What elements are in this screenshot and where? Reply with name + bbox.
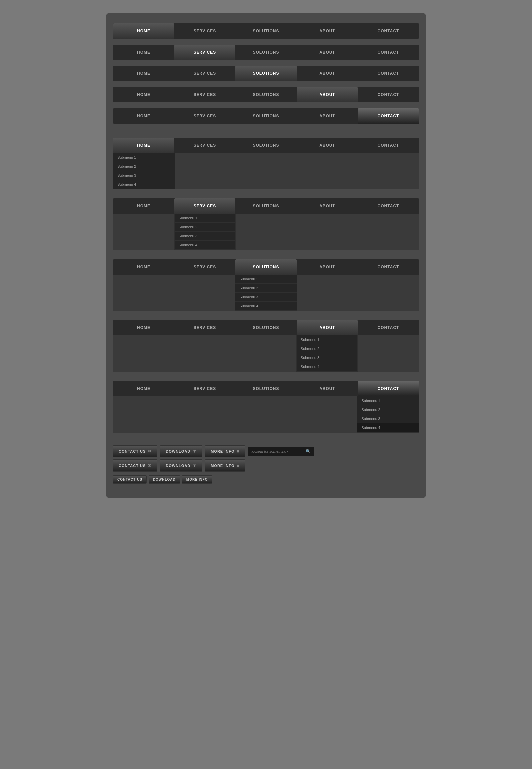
nav-contact-3[interactable]: CONTACT <box>358 66 419 81</box>
more-info-button-3[interactable]: MORE INFO <box>182 475 212 484</box>
nav-home-3[interactable]: HOME <box>113 66 174 81</box>
submenu-sol4-item[interactable]: Submenu 4 <box>235 302 297 311</box>
mail-icon-1: ✉ <box>148 449 152 454</box>
dropdown-solutions-panel: Submenu 1 Submenu 2 Submenu 3 Submenu 4 <box>235 275 297 311</box>
nav-services-8[interactable]: SERVICES <box>174 259 235 275</box>
submenu-sol3-item[interactable]: Submenu 3 <box>235 293 297 302</box>
nav-group-about-dropdown: HOME SERVICES SOLUTIONS ABOUT CONTACT Su… <box>113 320 419 372</box>
nav-group-services-dropdown: HOME SERVICES SOLUTIONS ABOUT CONTACT Su… <box>113 198 419 250</box>
nav-home-6[interactable]: HOME <box>113 138 174 153</box>
nav-solutions-10[interactable]: SOLUTIONS <box>235 381 297 396</box>
submenu-4-item[interactable]: Submenu 4 <box>113 180 175 189</box>
more-info-button-2[interactable]: MORE INFO ■ <box>205 459 245 472</box>
dropdown-about-row: Submenu 1 Submenu 2 Submenu 3 Submenu 4 <box>113 335 419 372</box>
nav-solutions-6[interactable]: SOLUTIONS <box>235 138 297 153</box>
submenu-a4-item[interactable]: Submenu 4 <box>297 362 358 371</box>
nav-contact-1[interactable]: CONTACT <box>358 23 419 39</box>
submenu-c4-item[interactable]: Submenu 4 <box>357 423 419 432</box>
info-icon-1: ■ <box>237 449 240 454</box>
nav-solutions-3[interactable]: SOLUTIONS <box>235 66 297 81</box>
submenu-1-item[interactable]: Submenu 1 <box>113 153 175 162</box>
submenu-2-item[interactable]: Submenu 2 <box>113 162 175 171</box>
nav-solutions-5[interactable]: SOLUTIONS <box>235 108 297 124</box>
download-icon-1: ▼ <box>192 449 197 454</box>
submenu-s1-item[interactable]: Submenu 1 <box>175 214 236 223</box>
nav-about-3[interactable]: ABOUT <box>297 66 358 81</box>
nav-solutions-7[interactable]: SOLUTIONS <box>235 198 297 214</box>
submenu-s2-item[interactable]: Submenu 2 <box>175 223 236 232</box>
nav-home-4[interactable]: HOME <box>113 87 174 102</box>
nav-about-2[interactable]: ABOUT <box>297 45 358 60</box>
nav-services-4[interactable]: SERVICES <box>174 87 235 102</box>
submenu-3-item[interactable]: Submenu 3 <box>113 171 175 180</box>
nav-about-10[interactable]: ABOUT <box>297 381 358 396</box>
nav-contact-4[interactable]: CONTACT <box>358 87 419 102</box>
nav-home-1[interactable]: HOME <box>113 23 174 39</box>
download-button-1[interactable]: DOWNLOAD ▼ <box>160 445 202 457</box>
bottom-section: CONTACT US ✉ DOWNLOAD ▼ MORE INFO ■ 🔍 CO… <box>113 445 419 484</box>
nav-home-10[interactable]: HOME <box>113 381 174 396</box>
nav-solutions-8[interactable]: SOLUTIONS <box>235 259 297 275</box>
nav-contact-6[interactable]: CONTACT <box>358 138 419 153</box>
navbar-row-9: HOME SERVICES SOLUTIONS ABOUT CONTACT <box>113 320 419 335</box>
nav-solutions-2[interactable]: SOLUTIONS <box>235 45 297 60</box>
nav-contact-10[interactable]: CONTACT <box>358 381 419 396</box>
submenu-a2-item[interactable]: Submenu 2 <box>297 344 358 353</box>
download-button-3[interactable]: DOWNLOAD <box>149 475 180 484</box>
nav-services-3[interactable]: SERVICES <box>174 66 235 81</box>
nav-about-9[interactable]: ABOUT <box>297 320 358 335</box>
nav-about-8[interactable]: ABOUT <box>297 259 358 275</box>
nav-home-7[interactable]: HOME <box>113 198 174 214</box>
submenu-c3-item[interactable]: Submenu 3 <box>357 414 419 423</box>
nav-about-1[interactable]: ABOUT <box>297 23 358 39</box>
nav-solutions-1[interactable]: SOLUTIONS <box>235 23 297 39</box>
nav-services-9[interactable]: SERVICES <box>174 320 235 335</box>
submenu-c1-item[interactable]: Submenu 1 <box>357 396 419 405</box>
nav-home-9[interactable]: HOME <box>113 320 174 335</box>
search-icon-1: 🔍 <box>306 449 311 454</box>
contact-us-label-1: CONTACT US <box>119 449 146 453</box>
submenu-sol1-item[interactable]: Submenu 1 <box>235 275 297 284</box>
nav-services-1[interactable]: SERVICES <box>174 23 235 39</box>
search-input-1[interactable] <box>251 449 304 453</box>
nav-services-2[interactable]: SERVICES <box>174 45 235 60</box>
download-label-1: DOWNLOAD <box>166 449 190 453</box>
submenu-sol2-item[interactable]: Submenu 2 <box>235 284 297 293</box>
nav-contact-8[interactable]: CONTACT <box>358 259 419 275</box>
dropdown-contact-panel: Submenu 1 Submenu 2 Submenu 3 Submenu 4 <box>357 396 419 433</box>
nav-services-10[interactable]: SERVICES <box>174 381 235 396</box>
nav-about-7[interactable]: ABOUT <box>297 198 358 214</box>
nav-home-2[interactable]: HOME <box>113 45 174 60</box>
submenu-s3-item[interactable]: Submenu 3 <box>175 232 236 241</box>
submenu-s4-item[interactable]: Submenu 4 <box>175 241 236 250</box>
more-info-button-1[interactable]: MORE INFO ■ <box>205 445 245 457</box>
nav-solutions-9[interactable]: SOLUTIONS <box>235 320 297 335</box>
search-box-1[interactable]: 🔍 <box>248 447 314 456</box>
nav-solutions-4[interactable]: SOLUTIONS <box>235 87 297 102</box>
nav-services-5[interactable]: SERVICES <box>174 108 235 124</box>
navbar-row-6: HOME SERVICES SOLUTIONS ABOUT CONTACT <box>113 138 419 153</box>
contact-us-button-2[interactable]: CONTACT US ✉ <box>113 459 157 472</box>
nav-contact-5[interactable]: CONTACT <box>358 108 419 124</box>
nav-services-7[interactable]: SERVICES <box>174 198 235 214</box>
submenu-a1-item[interactable]: Submenu 1 <box>297 335 358 344</box>
download-label-2: DOWNLOAD <box>166 464 190 468</box>
nav-group-solutions-dropdown: HOME SERVICES SOLUTIONS ABOUT CONTACT Su… <box>113 259 419 311</box>
download-button-2[interactable]: DOWNLOAD ▼ <box>160 459 202 472</box>
dropdown-home-row: Submenu 1 Submenu 2 Submenu 3 Submenu 4 <box>113 153 419 189</box>
nav-home-5[interactable]: HOME <box>113 108 174 124</box>
contact-us-button-3[interactable]: CONTACT US <box>113 475 147 484</box>
nav-contact-9[interactable]: CONTACT <box>358 320 419 335</box>
contact-us-button-1[interactable]: CONTACT US ✉ <box>113 445 157 457</box>
nav-contact-2[interactable]: CONTACT <box>358 45 419 60</box>
nav-about-5[interactable]: ABOUT <box>297 108 358 124</box>
nav-contact-7[interactable]: CONTACT <box>358 198 419 214</box>
nav-about-6[interactable]: ABOUT <box>297 138 358 153</box>
nav-about-4[interactable]: ABOUT <box>297 87 358 102</box>
submenu-a3-item[interactable]: Submenu 3 <box>297 353 358 362</box>
nav-services-6[interactable]: SERVICES <box>174 138 235 153</box>
navbar-row-5: HOME SERVICES SOLUTIONS ABOUT CONTACT <box>113 108 419 124</box>
nav-home-8[interactable]: HOME <box>113 259 174 275</box>
contact-us-label-2: CONTACT US <box>119 464 146 468</box>
submenu-c2-item[interactable]: Submenu 2 <box>357 405 419 414</box>
